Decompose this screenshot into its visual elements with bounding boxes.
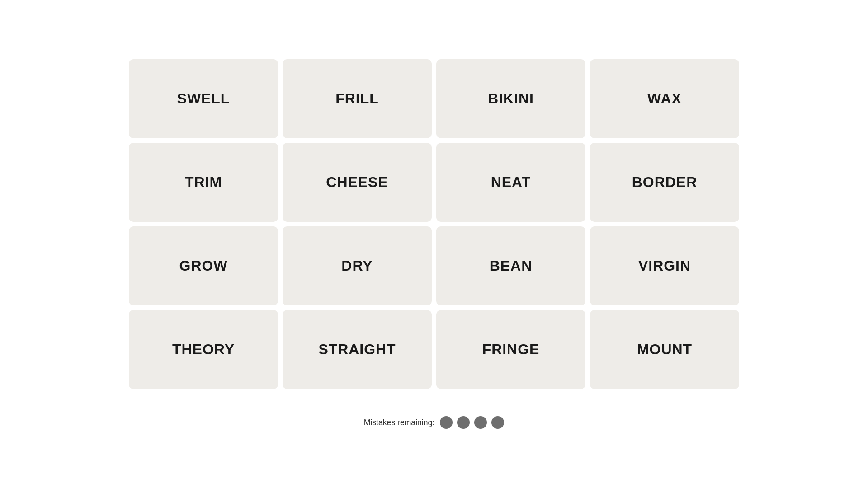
cell-theory-label: THEORY: [172, 341, 235, 358]
cell-cheese-label: CHEESE: [326, 174, 388, 191]
cell-fringe-label: FRINGE: [482, 341, 540, 358]
cell-trim[interactable]: TRIM: [129, 143, 278, 222]
mistake-dot-1: [440, 416, 453, 429]
cell-mount-label: MOUNT: [637, 341, 692, 358]
cell-swell[interactable]: SWELL: [129, 59, 278, 138]
cell-bikini-label: BIKINI: [488, 90, 534, 107]
cell-border[interactable]: BORDER: [590, 143, 739, 222]
cell-straight-label: STRAIGHT: [318, 341, 396, 358]
cell-trim-label: TRIM: [185, 174, 222, 191]
mistakes-label: Mistakes remaining:: [364, 418, 434, 427]
mistake-dot-4: [491, 416, 504, 429]
cell-straight[interactable]: STRAIGHT: [283, 310, 432, 389]
word-grid: SWELLFRILLBIKINIWAXTRIMCHEESENEATBORDERG…: [129, 59, 739, 389]
cell-wax[interactable]: WAX: [590, 59, 739, 138]
cell-frill-label: FRILL: [335, 90, 378, 107]
cell-bikini[interactable]: BIKINI: [436, 59, 585, 138]
cell-cheese[interactable]: CHEESE: [283, 143, 432, 222]
mistake-dot-2: [457, 416, 470, 429]
mistakes-row: Mistakes remaining:: [364, 416, 504, 429]
cell-mount[interactable]: MOUNT: [590, 310, 739, 389]
cell-bean[interactable]: BEAN: [436, 226, 585, 305]
cell-fringe[interactable]: FRINGE: [436, 310, 585, 389]
cell-grow[interactable]: GROW: [129, 226, 278, 305]
cell-neat[interactable]: NEAT: [436, 143, 585, 222]
cell-grow-label: GROW: [179, 258, 228, 274]
mistake-dot-3: [474, 416, 487, 429]
cell-bean-label: BEAN: [490, 258, 533, 274]
cell-neat-label: NEAT: [491, 174, 531, 191]
cell-theory[interactable]: THEORY: [129, 310, 278, 389]
mistakes-dots: [440, 416, 504, 429]
cell-virgin-label: VIRGIN: [638, 258, 691, 274]
cell-wax-label: WAX: [647, 90, 682, 107]
cell-frill[interactable]: FRILL: [283, 59, 432, 138]
cell-swell-label: SWELL: [177, 90, 230, 107]
cell-border-label: BORDER: [632, 174, 697, 191]
cell-dry-label: DRY: [341, 258, 373, 274]
cell-dry[interactable]: DRY: [283, 226, 432, 305]
cell-virgin[interactable]: VIRGIN: [590, 226, 739, 305]
